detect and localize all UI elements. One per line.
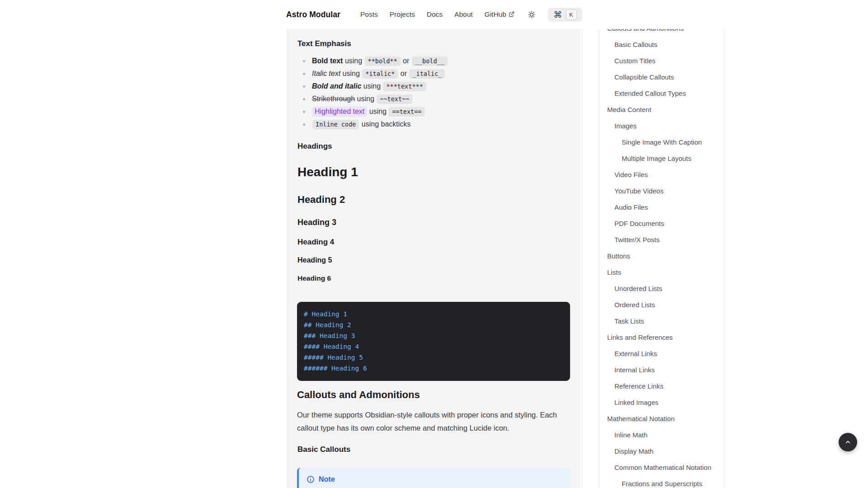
toc-item[interactable]: Links and References (599, 329, 724, 345)
toc-item[interactable]: Ordered Lists (599, 296, 724, 313)
emphasis-list-item: Inline code using backticks (297, 118, 571, 131)
section-heading-headings: Headings (297, 142, 332, 151)
toc-item[interactable]: Callouts and Admonitions (599, 28, 724, 36)
heading-sample-5: Heading 5 (297, 255, 332, 265)
toc-item[interactable]: Unordered Lists (599, 280, 724, 296)
toc-item[interactable]: Video Files (599, 166, 724, 183)
toc-item[interactable]: Common Mathematical Notation (599, 459, 724, 475)
emphasis-list-item: Bold text using **bold** or __bold__ (297, 55, 571, 67)
site-header: Astro Modular PostsProjectsDocsAboutGitH… (0, 0, 868, 29)
nav-link-projects[interactable]: Projects (390, 10, 415, 19)
table-of-contents: Callouts and AdmonitionsBasic CalloutsCu… (599, 28, 724, 488)
toc-item[interactable]: Display Math (599, 443, 724, 459)
sun-icon (527, 10, 536, 19)
scroll-to-top-button[interactable] (839, 433, 857, 451)
heading-sample-3: Heading 3 (297, 217, 336, 228)
emphasis-segment-bold: Bold text (312, 57, 343, 65)
command-palette-button[interactable]: ⌘ K (548, 8, 582, 22)
heading-sample-4: Heading 4 (297, 237, 334, 247)
bullet-dot (303, 111, 305, 113)
emphasis-segment-plain: using (343, 57, 364, 65)
toc-item[interactable]: External Links (599, 345, 724, 361)
emphasis-list-item: Highlighted text using ==text== (297, 105, 571, 118)
bullet-dot (303, 123, 305, 126)
emphasis-segment-code: ==text== (389, 107, 425, 117)
emphasis-segment-code: Inline code (312, 120, 359, 129)
toc-item[interactable]: Custom Titles (599, 52, 724, 69)
main-nav: PostsProjectsDocsAboutGitHub (360, 0, 514, 29)
external-link-icon (509, 11, 514, 17)
emphasis-segment-italic: Italic text (312, 70, 340, 78)
toc-item[interactable]: Fractions and Superscripts (599, 475, 724, 488)
note-callout-title: Note (307, 475, 562, 483)
emphasis-segment-code: **bold** (365, 56, 401, 66)
emphasis-segment-code: ***text*** (383, 82, 426, 91)
emphasis-segment-bolditalic: Bold and italic (312, 82, 361, 90)
heading-sample-2: Heading 2 (297, 193, 345, 206)
emphasis-segment-plain: using (361, 82, 382, 90)
note-callout-label: Note (319, 475, 335, 483)
k-keycap: K (566, 9, 577, 20)
emphasis-list-item: Bold and italic using ***text*** (297, 80, 571, 93)
toc-item[interactable]: Inline Math (599, 427, 724, 443)
bullet-dot (303, 73, 305, 75)
emphasis-segment-plain: using (367, 108, 388, 116)
toc-item[interactable]: Task Lists (599, 313, 724, 329)
toc-item[interactable]: Twitter/X Posts (599, 231, 724, 248)
callouts-intro-paragraph: Our theme supports Obsidian-style callou… (297, 408, 572, 434)
emphasis-list-item: Italic text using *italic* or _italic_ (297, 67, 571, 80)
nav-link-posts[interactable]: Posts (360, 10, 378, 19)
toc-item[interactable]: Audio Files (599, 199, 724, 215)
toc-item[interactable]: Multiple Image Layouts (599, 150, 724, 166)
nav-link-about[interactable]: About (454, 10, 473, 19)
command-icon: ⌘ (554, 10, 562, 19)
nav-link-docs[interactable]: Docs (427, 10, 443, 19)
info-icon (307, 475, 315, 483)
heading-sample-6: Heading 6 (297, 273, 331, 283)
emphasis-segment-plain: using (340, 70, 362, 78)
emphasis-list: Bold text using **bold** or __bold__Ital… (297, 55, 571, 131)
toc-item[interactable]: Single Image With Caption (599, 134, 724, 150)
code-block: # Heading 1 ## Heading 2 ### Heading 3 #… (297, 302, 570, 381)
emphasis-segment-code: _italic_ (409, 69, 445, 79)
toc-item[interactable]: Collapsible Callouts (599, 69, 724, 85)
theme-toggle-button[interactable] (524, 7, 539, 22)
toc-item[interactable]: Basic Callouts (599, 36, 724, 52)
toc-item[interactable]: Reference Links (599, 378, 724, 394)
emphasis-segment-code: *italic* (362, 69, 398, 79)
note-callout: Note (297, 468, 570, 488)
toc-item[interactable]: Extended Callout Types (599, 85, 724, 101)
chevron-up-icon (844, 438, 852, 446)
toc-item[interactable]: Buttons (599, 248, 724, 264)
bullet-dot (303, 98, 305, 100)
emphasis-segment-plain: using (355, 95, 376, 103)
toc-item[interactable]: Lists (599, 264, 724, 280)
toc-list: Callouts and AdmonitionsBasic CalloutsCu… (599, 28, 724, 488)
toc-item[interactable]: Media Content (599, 101, 724, 117)
emphasis-segment-plain: or (401, 57, 411, 65)
bullet-dot (303, 60, 305, 62)
section-heading-basic-callouts: Basic Callouts (297, 445, 350, 454)
toc-item[interactable]: Linked Images (599, 394, 724, 410)
section-heading-callouts: Callouts and Admonitions (297, 389, 420, 401)
nav-link-github[interactable]: GitHub (485, 10, 514, 19)
sidebar-divider (582, 29, 582, 488)
section-heading-text-emphasis: Text Emphasis (297, 39, 351, 48)
emphasis-segment-code: __bold__ (412, 56, 448, 66)
toc-item[interactable]: YouTube Videos (599, 183, 724, 199)
emphasis-segment-plain: or (398, 70, 409, 78)
toc-item[interactable]: Internal Links (599, 361, 724, 378)
toc-item[interactable]: Mathematical Notation (599, 410, 724, 427)
emphasis-segment-code: ~~text~~ (377, 94, 412, 104)
emphasis-segment-strike: Strikethrough (312, 95, 355, 103)
bullet-dot (303, 85, 305, 88)
site-logo[interactable]: Astro Modular (286, 0, 340, 29)
emphasis-list-item: Strikethrough using ~~text~~ (297, 93, 571, 105)
toc-item[interactable]: Images (599, 117, 724, 134)
emphasis-segment-plain: using backticks (359, 120, 410, 128)
toc-item[interactable]: PDF Documents (599, 215, 724, 231)
heading-sample-1: Heading 1 (297, 164, 358, 181)
emphasis-segment-highlight: Highlighted text (312, 107, 367, 117)
